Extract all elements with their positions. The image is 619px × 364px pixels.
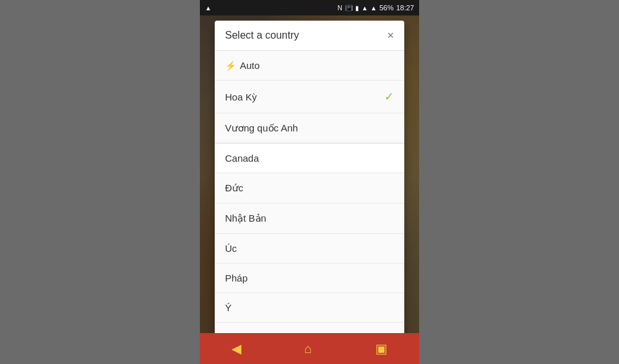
country-name-uc: Úc	[225, 243, 237, 254]
country-name-ha-lan: Hà Lan	[225, 332, 256, 333]
country-item-nhat-ban[interactable]: Nhật Bản	[215, 204, 404, 234]
country-name-auto: Auto	[240, 60, 260, 71]
auto-item-wrapper: ⚡ Auto	[225, 60, 260, 71]
nav-bar: ◀ ⌂ ▣	[200, 333, 419, 364]
country-item-duc[interactable]: Đức	[215, 173, 404, 204]
country-name-phap: Pháp	[225, 273, 248, 283]
vibrate-icon: 📳	[345, 5, 353, 12]
phone-frame: ▲ N 📳 ▮ ▲ ▲ 56% 18:27 TNS TRẢI NGHIỆM SỐ	[200, 0, 419, 364]
battery-icon: ▮	[355, 5, 359, 12]
country-item-auto[interactable]: ⚡ Auto	[215, 51, 404, 81]
status-bar: ▲ N 📳 ▮ ▲ ▲ 56% 18:27	[200, 0, 419, 15]
country-dialog: Select a country × ⚡ Auto Hoa Kỳ	[215, 21, 404, 333]
country-item-vuong-quoc-anh[interactable]: Vương quốc Anh	[215, 113, 404, 144]
status-left: ▲	[205, 5, 211, 12]
country-name-duc: Đức	[225, 182, 243, 194]
country-item-hoa-ky[interactable]: Hoa Kỳ ✓	[215, 81, 404, 113]
wifi-icon: ▲	[362, 5, 368, 12]
country-item-y[interactable]: Ý	[215, 293, 404, 323]
country-item-ha-lan[interactable]: Hà Lan	[215, 323, 404, 333]
recent-apps-button[interactable]: ▣	[365, 336, 398, 361]
clock: 18:27	[396, 4, 414, 12]
nfc-icon: N	[337, 5, 342, 12]
bolt-icon: ⚡	[225, 61, 236, 71]
country-name-y: Ý	[225, 302, 231, 313]
check-icon: ✓	[384, 90, 394, 104]
country-name-vuong-quoc-anh: Vương quốc Anh	[225, 122, 298, 134]
back-button[interactable]: ◀	[221, 336, 251, 361]
home-button[interactable]: ⌂	[294, 336, 322, 361]
country-name-canada: Canada	[225, 153, 259, 164]
country-name-nhat-ban: Nhật Bản	[225, 213, 266, 224]
dialog-title: Select a country	[225, 30, 299, 41]
battery-percent: 56%	[379, 4, 393, 12]
country-list: ⚡ Auto Hoa Kỳ ✓ Vương quốc Anh	[215, 51, 404, 333]
phone-content: TNS TRẢI NGHIỆM SỐ Select a country × ⚡	[200, 15, 419, 333]
warning-icon: ▲	[205, 5, 211, 12]
country-item-canada[interactable]: Canada	[215, 144, 404, 173]
signal-icon: ▲	[371, 5, 377, 12]
dialog-overlay: Select a country × ⚡ Auto Hoa Kỳ	[200, 15, 419, 333]
country-item-uc[interactable]: Úc	[215, 234, 404, 263]
dialog-header: Select a country ×	[215, 21, 404, 51]
country-name-hoa-ky: Hoa Kỳ	[225, 91, 257, 102]
close-button[interactable]: ×	[387, 30, 394, 41]
country-item-phap[interactable]: Pháp	[215, 263, 404, 293]
status-right: N 📳 ▮ ▲ ▲ 56% 18:27	[337, 4, 414, 12]
